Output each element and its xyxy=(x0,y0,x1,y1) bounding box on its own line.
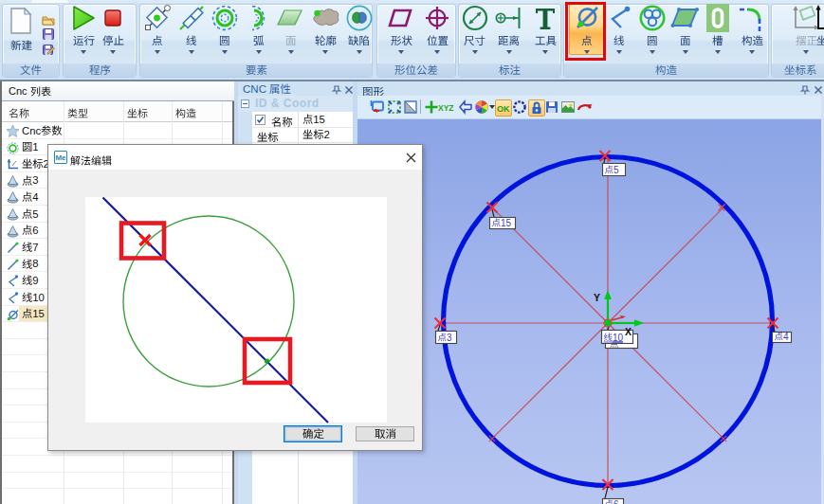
svg-text:Y: Y xyxy=(594,292,600,303)
svg-text:6: 6 xyxy=(613,499,619,504)
svg-text:15: 15 xyxy=(501,218,512,228)
svg-text:5: 5 xyxy=(613,165,619,175)
svg-text:OK: OK xyxy=(497,104,510,114)
svg-text:4: 4 xyxy=(783,332,789,342)
svg-text:10: 10 xyxy=(613,333,624,343)
svg-text:X: X xyxy=(625,326,632,337)
svg-text:3: 3 xyxy=(447,333,452,343)
svg-text:XYZ: XYZ xyxy=(438,103,454,113)
